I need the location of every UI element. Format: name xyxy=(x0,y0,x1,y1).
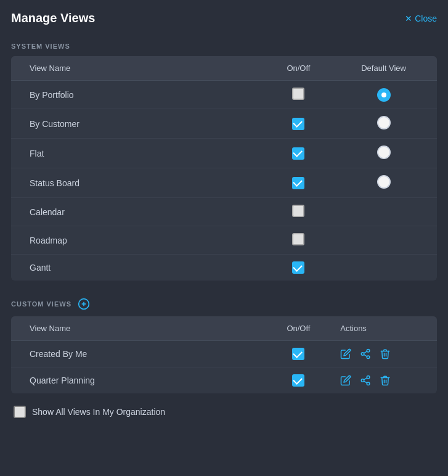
system-view-onoff xyxy=(267,226,331,255)
system-view-default xyxy=(330,139,437,168)
show-all-checkbox[interactable] xyxy=(14,406,26,418)
system-view-onoff xyxy=(267,198,331,226)
system-view-radio[interactable] xyxy=(377,88,391,102)
custom-views-row: Quarter Planning xyxy=(11,367,437,394)
system-view-default xyxy=(330,255,437,281)
custom-views-section: CUSTOM VIEWS View Name On/Off Actions Cr… xyxy=(11,298,437,393)
system-view-onoff xyxy=(267,81,331,109)
system-view-default xyxy=(330,109,437,139)
system-view-onoff xyxy=(267,255,331,281)
close-button[interactable]: ✕ Close xyxy=(405,14,437,23)
system-view-checkbox[interactable] xyxy=(292,118,304,130)
system-view-onoff xyxy=(267,139,331,168)
custom-col-actions: Actions xyxy=(330,316,437,341)
custom-col-view-name: View Name xyxy=(11,316,267,341)
system-view-default xyxy=(330,226,437,255)
edit-icon[interactable] xyxy=(340,375,351,386)
system-view-default xyxy=(330,81,437,109)
custom-views-row: Created By Me xyxy=(11,341,437,367)
system-view-radio[interactable] xyxy=(377,146,391,159)
custom-view-name: Quarter Planning xyxy=(11,367,267,394)
custom-col-onoff: On/Off xyxy=(267,316,331,341)
custom-view-actions xyxy=(330,367,437,394)
svg-line-6 xyxy=(364,355,367,356)
system-views-row: By Customer xyxy=(11,109,437,139)
custom-view-name: Created By Me xyxy=(11,341,267,367)
custom-views-table: View Name On/Off Actions Created By Me Q… xyxy=(11,316,437,393)
system-view-name: Flat xyxy=(11,139,267,168)
svg-line-11 xyxy=(364,381,367,383)
system-views-row: Calendar xyxy=(11,198,437,226)
system-views-section: SYSTEM VIEWS View Name On/Off Default Vi… xyxy=(11,43,437,281)
system-col-default: Default View xyxy=(330,56,437,81)
system-views-row: Gantt xyxy=(11,255,437,281)
system-view-name: By Customer xyxy=(11,109,267,139)
system-views-row: Status Board xyxy=(11,168,437,198)
system-view-checkbox[interactable] xyxy=(292,233,304,245)
custom-view-checkbox[interactable] xyxy=(292,348,304,360)
close-label: Close xyxy=(415,14,437,23)
system-view-onoff xyxy=(267,168,331,198)
share-icon[interactable] xyxy=(360,375,371,386)
system-view-checkbox[interactable] xyxy=(292,147,304,160)
system-view-radio[interactable] xyxy=(377,175,391,189)
show-all-label: Show All Views In My Organization xyxy=(32,407,165,417)
custom-view-actions xyxy=(330,341,437,367)
system-view-checkbox[interactable] xyxy=(292,88,304,100)
edit-icon[interactable] xyxy=(340,348,351,359)
system-view-name: Status Board xyxy=(11,168,267,198)
manage-views-panel: Manage Views ✕ Close SYSTEM VIEWS View N… xyxy=(0,0,448,476)
system-view-default xyxy=(330,168,437,198)
system-view-radio[interactable] xyxy=(377,116,391,129)
panel-title: Manage Views xyxy=(11,11,95,25)
custom-views-label: CUSTOM VIEWS xyxy=(11,298,437,310)
add-custom-view-button[interactable] xyxy=(78,298,90,310)
system-view-checkbox[interactable] xyxy=(292,261,304,274)
svg-line-12 xyxy=(364,378,367,380)
system-views-row: Roadmap xyxy=(11,226,437,255)
svg-line-7 xyxy=(364,351,367,353)
system-view-default xyxy=(330,198,437,226)
custom-view-checkbox[interactable] xyxy=(292,374,304,387)
system-views-row: By Portfolio xyxy=(11,81,437,109)
custom-views-header-row: View Name On/Off Actions xyxy=(11,316,437,341)
system-views-label: SYSTEM VIEWS xyxy=(11,43,437,50)
panel-header: Manage Views ✕ Close xyxy=(11,11,437,25)
system-view-name: By Portfolio xyxy=(11,81,267,109)
show-all-row: Show All Views In My Organization xyxy=(11,406,437,418)
system-views-row: Flat xyxy=(11,139,437,168)
delete-icon[interactable] xyxy=(380,375,391,386)
custom-view-onoff xyxy=(267,341,331,367)
system-views-table: View Name On/Off Default View By Portfol… xyxy=(11,56,437,281)
system-col-onoff: On/Off xyxy=(267,56,331,81)
share-icon[interactable] xyxy=(360,348,371,359)
system-view-name: Calendar xyxy=(11,198,267,226)
system-views-header-row: View Name On/Off Default View xyxy=(11,56,437,81)
system-view-onoff xyxy=(267,109,331,139)
system-view-checkbox[interactable] xyxy=(292,177,304,189)
system-view-checkbox[interactable] xyxy=(292,205,304,217)
action-icons-group xyxy=(340,348,427,359)
custom-view-onoff xyxy=(267,367,331,394)
system-view-name: Gantt xyxy=(11,255,267,281)
action-icons-group xyxy=(340,375,427,386)
system-col-view-name: View Name xyxy=(11,56,267,81)
close-icon: ✕ xyxy=(405,14,412,23)
system-view-name: Roadmap xyxy=(11,226,267,255)
delete-icon[interactable] xyxy=(380,348,391,359)
